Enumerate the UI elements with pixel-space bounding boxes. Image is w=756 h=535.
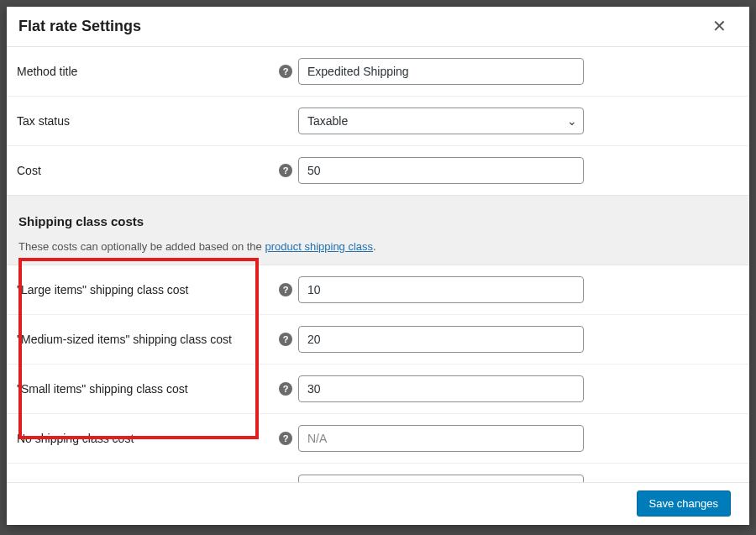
row-class-cost: No shipping class cost ? [7,413,749,463]
method-title-input[interactable] [298,58,584,85]
row-class-cost: "Small items" shipping class cost ? [7,364,749,413]
row-tax-status: Tax status Taxable ⌄ [7,96,749,145]
modal-footer: Save changes [7,482,749,525]
class-cost-input[interactable] [298,276,584,303]
class-cost-input[interactable] [298,375,584,402]
row-method-title: Method title ? [7,47,749,96]
class-cost-input[interactable] [298,326,584,353]
shipping-class-costs-heading-block: Shipping class costs These costs can opt… [7,196,749,265]
row-calculation-type: Calculation type Per order: Charge shipp… [7,463,749,482]
modal-body[interactable]: Method title ? Tax status Taxable [7,47,749,482]
help-icon[interactable]: ? [279,432,292,445]
row-cost: Cost ? [7,145,749,195]
shipping-class-costs-section: "Large items" shipping class cost ? "Med… [7,265,749,482]
row-class-cost: "Large items" shipping class cost ? [7,265,749,314]
modal-header: Flat rate Settings ✕ [7,7,749,47]
calculation-type-select[interactable]: Per order: Charge shipping for the most … [298,475,584,482]
description-prefix: These costs can optionally be added base… [18,240,265,253]
close-button[interactable]: ✕ [702,9,736,43]
shipping-class-costs-description: These costs can optionally be added base… [18,240,738,253]
help-icon[interactable]: ? [279,283,292,296]
general-settings-section: Method title ? Tax status Taxable [7,47,749,196]
tax-status-select[interactable]: Taxable [298,108,584,134]
class-cost-label: "Medium-sized items" shipping class cost [17,333,273,346]
shipping-class-costs-heading: Shipping class costs [18,214,738,228]
help-icon[interactable]: ? [279,382,292,396]
class-cost-label: No shipping class cost [17,432,273,445]
class-cost-label: "Large items" shipping class cost [17,283,273,296]
label-method-title: Method title [17,65,273,78]
description-suffix: . [373,240,376,253]
row-class-cost: "Medium-sized items" shipping class cost… [7,314,749,364]
help-icon[interactable]: ? [279,164,292,177]
modal-title: Flat rate Settings [18,18,141,35]
class-cost-input[interactable] [298,425,584,452]
help-icon[interactable]: ? [279,333,292,346]
help-icon[interactable]: ? [279,65,292,78]
label-tax-status: Tax status [17,114,273,128]
save-button[interactable]: Save changes [637,490,731,517]
label-cost: Cost [17,164,273,177]
class-cost-label: "Small items" shipping class cost [17,382,273,396]
close-icon: ✕ [712,18,727,34]
settings-modal: Flat rate Settings ✕ Method title ? Tax … [7,7,749,525]
product-shipping-class-link[interactable]: product shipping class [265,240,373,253]
cost-input[interactable] [298,157,584,184]
